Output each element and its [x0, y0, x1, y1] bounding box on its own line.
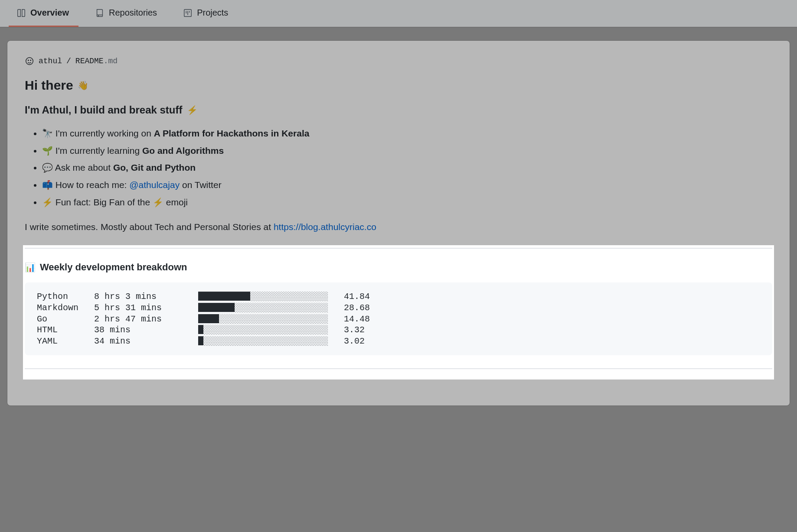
bullet-bold: Go and Algorithms — [142, 146, 224, 156]
breakdown-title: 📊 Weekly development breakdown — [25, 262, 772, 273]
bullet-learning: 🌱 I'm currently learning Go and Algorith… — [42, 143, 772, 159]
breakdown-code-block: Python 8 hrs 3 mins ██████████░░░░░░░░░░… — [25, 282, 772, 355]
zap-emoji: ⚡ — [42, 198, 53, 207]
bullet-after: on Twitter — [180, 180, 222, 190]
bullet-working-on: 🔭 I'm currently working on A Platform fo… — [42, 126, 772, 141]
subtitle-text: I'm Athul, I build and break stuff — [25, 104, 183, 116]
divider — [25, 368, 772, 369]
bullet-text: Ask me about — [55, 162, 113, 172]
bullet-reach-me: 📫 How to reach me: @athulcajay on Twitte… — [42, 177, 772, 193]
profile-readme-card: athul / README.md Hi there 👋 I'm Athul, … — [7, 40, 790, 406]
svg-point-2 — [28, 60, 29, 60]
seedling-emoji: 🌱 — [42, 146, 53, 156]
tab-label: Projects — [197, 8, 228, 18]
breakdown-title-text: Weekly development breakdown — [40, 262, 187, 273]
divider — [25, 248, 772, 249]
tab-projects[interactable]: Projects — [175, 0, 238, 27]
bullet-text: Fun fact: Big Fan of the — [56, 197, 153, 207]
speech-emoji: 💬 — [42, 163, 53, 172]
tab-overview[interactable]: Overview — [9, 0, 78, 27]
bullet-after: emoji — [163, 197, 188, 207]
blog-link[interactable]: https://blog.athulcyriac.co — [274, 222, 376, 232]
bullet-text: I'm currently learning — [56, 146, 142, 156]
bullet-fun-fact: ⚡ Fun fact: Big Fan of the ⚡ emoji — [42, 195, 772, 210]
readme-sep: / — [66, 57, 71, 65]
bullet-text: I'm currently working on — [56, 128, 154, 138]
zap-emoji: ⚡ — [187, 105, 198, 115]
zap-emoji-inline: ⚡ — [153, 198, 163, 207]
readme-path: athul / README.md — [25, 56, 772, 66]
smiley-icon — [25, 56, 34, 66]
profile-tabs: Overview Repositories Projects — [0, 0, 797, 27]
project-icon — [183, 8, 193, 18]
wave-emoji: 👋 — [78, 80, 88, 91]
title-text: Hi there — [25, 78, 73, 93]
weekly-breakdown-section: 📊 Weekly development breakdown Python 8 … — [23, 245, 774, 380]
readme-bullets: 🔭 I'm currently working on A Platform fo… — [25, 126, 772, 210]
svg-point-3 — [30, 60, 31, 60]
readme-ext: .md — [104, 57, 118, 65]
bullet-ask-me: 💬 Ask me about Go, Git and Python — [42, 160, 772, 175]
blog-text: I write sometimes. Mostly about Tech and… — [25, 222, 274, 232]
readme-file: README — [75, 57, 104, 65]
bar-chart-emoji: 📊 — [25, 262, 36, 272]
svg-point-1 — [26, 58, 33, 65]
bullet-text: How to reach me: — [56, 180, 129, 190]
mailbox-emoji: 📫 — [42, 180, 53, 190]
readme-user: athul — [39, 57, 62, 65]
tab-label: Repositories — [109, 8, 157, 18]
tab-label: Overview — [30, 8, 69, 18]
tab-repositories[interactable]: Repositories — [87, 0, 167, 27]
repo-icon — [95, 8, 105, 18]
bullet-bold: Go, Git and Python — [113, 162, 196, 172]
telescope-emoji: 🔭 — [42, 129, 53, 138]
twitter-link[interactable]: @athulcajay — [129, 180, 180, 190]
bullet-bold: A Platform for Hackathons in Kerala — [154, 128, 310, 138]
readme-title: Hi there 👋 — [25, 78, 772, 93]
readme-subtitle: I'm Athul, I build and break stuff ⚡ — [25, 104, 772, 116]
blog-line: I write sometimes. Mostly about Tech and… — [25, 222, 772, 232]
book-icon — [16, 8, 26, 18]
